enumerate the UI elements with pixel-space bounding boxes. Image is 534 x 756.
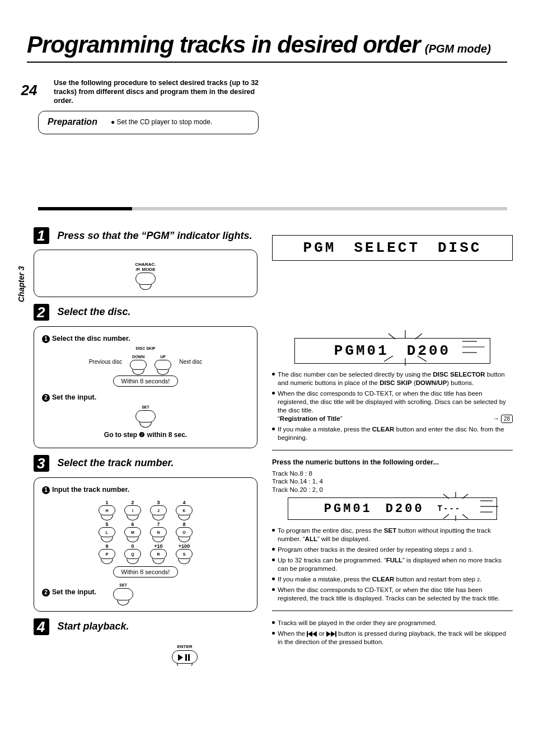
keypad-button: N [150, 527, 167, 537]
step-2-header: 2 Select the disc. [34, 304, 257, 321]
keypad-key: 4 [176, 500, 193, 505]
keypad-button: K [176, 505, 193, 515]
step-2-title: Select the disc. [57, 306, 130, 318]
step-3-note-4: If you make a mistake, press the CLEAR b… [272, 575, 513, 584]
lcd-2-a: PGM01 [334, 342, 389, 359]
lcd-3-a: PGM01 [324, 502, 372, 516]
lcd-display-2: PGM01 D200 [294, 338, 490, 364]
step-3-note-2: Program other tracks in the desired orde… [272, 546, 513, 554]
step-2-sub2: Set the input. [52, 393, 96, 401]
step-2-panel: 1Select the disc number. DISC SKIP Previ… [34, 326, 257, 448]
step-3-sub1: Input the track number. [52, 486, 129, 494]
page-title: Programming tracks in desired order (PGM… [27, 31, 507, 63]
charac-button [135, 273, 156, 285]
disc-down-button [130, 360, 147, 370]
step-3-within: Within 8 seconds! [113, 566, 179, 577]
lcd-1-b: SELECT [354, 240, 420, 256]
step-2-note-3: If you make a mistake, press the CLEAR b… [272, 425, 513, 442]
skip-back-icon [307, 631, 317, 637]
svg-marker-23 [312, 631, 317, 637]
keypad-key: 1 [99, 500, 115, 505]
enter-label: ENTER [112, 644, 257, 649]
keypad-button: J [150, 505, 167, 515]
svg-rect-26 [335, 631, 336, 637]
keypad-button: Q [124, 549, 141, 559]
track-example-1: Track No.8 : 8 [272, 469, 513, 478]
charac-label-bot: /P. MODE [42, 267, 249, 273]
lcd-display-3: PGM01 D200 T--- [288, 497, 497, 520]
disc-skip-label: DISC SKIP [42, 346, 249, 350]
track-example-2: Track No.14 : 1, 4 [272, 477, 513, 486]
svg-rect-1 [185, 654, 187, 661]
playback-notes: Tracks will be played in the order they … [272, 619, 513, 646]
divider [272, 450, 513, 450]
set-label-2: SET [113, 583, 133, 587]
step-2-goto: Go to step ❷ within 8 sec. [104, 431, 187, 439]
step-1-header: 1 Press so that the “PGM” indicator ligh… [34, 227, 257, 244]
title-sub: (PGM mode) [425, 43, 491, 55]
keypad-key: 6 [124, 522, 141, 527]
preparation-heading: Preparation [48, 117, 97, 127]
divider [272, 611, 513, 611]
keypad-button: P [99, 549, 115, 559]
svg-marker-0 [178, 654, 183, 661]
keypad-key: 9 [99, 543, 115, 549]
lcd-1-a: PGM [303, 240, 336, 256]
playback-note-2: When the or button is pressed during pla… [272, 630, 513, 646]
step-1-title: Press so that the “PGM” indicator lights… [57, 230, 252, 242]
set-button-2 [113, 588, 133, 600]
keypad-button: H [99, 505, 115, 515]
step-2-within: Within 8 seconds! [113, 375, 179, 387]
step-2-note-2: When the disc corresponds to CD-TEXT, or… [272, 389, 513, 423]
svg-marker-22 [308, 631, 312, 637]
keypad-key: 2 [124, 500, 141, 505]
step-3-number: 3 [34, 455, 49, 472]
step-2-notes: The disc number can be selected directly… [272, 370, 513, 442]
keypad-key: 7 [150, 522, 167, 527]
step-3-note-3: Up to 32 tracks can be programmed. “FULL… [272, 556, 513, 573]
svg-rect-21 [307, 631, 308, 637]
enter-button [172, 650, 198, 664]
step-3-notes: To program the entire disc, press the SE… [272, 527, 513, 603]
step-2-sub1: Select the disc number. [52, 335, 130, 342]
keypad-key: +100 [176, 543, 193, 549]
preparation-item: ● Set the CD player to stop mode. [111, 118, 212, 126]
svg-marker-25 [331, 631, 335, 637]
step-3-header: 3 Select the track number. [34, 455, 257, 472]
step-3-note-5: When the disc corresponds to CD-TEXT, or… [272, 586, 513, 603]
step-4-header: 4 Start playback. [34, 618, 257, 635]
disc-up-button [154, 360, 171, 370]
lcd-3-b: D200 [386, 502, 424, 516]
keypad-button: O [176, 527, 193, 537]
step-4-title: Start playback. [57, 621, 129, 632]
page-number: 24 [18, 78, 40, 99]
down-label: DOWN [132, 355, 144, 359]
keypad-key: +10 [150, 543, 167, 549]
keypad-button: L [99, 527, 115, 537]
lcd-display-1: PGM SELECT DISC [272, 235, 513, 261]
page-ref-28: 28 [501, 415, 513, 423]
keypad-key: 8 [176, 522, 193, 527]
keypad-key: 3 [150, 500, 167, 505]
next-disc-label: Next disc [179, 359, 202, 365]
step-1-number: 1 [34, 227, 49, 244]
numeric-keypad: 1H 2I 3J 4K 5L 6M 7N 8O 9P 0Q +10R +100S [42, 500, 249, 561]
skip-forward-icon [326, 631, 336, 637]
svg-marker-24 [326, 631, 331, 637]
set-button-1 [135, 410, 156, 422]
keypad-key: 0 [124, 543, 141, 549]
up-label: UP [160, 355, 166, 359]
set-label-1: SET [42, 405, 249, 409]
preparation-item-text: Set the CD player to stop mode. [117, 118, 213, 126]
prev-disc-label: Previous disc [89, 359, 122, 365]
accent-bar [38, 207, 507, 210]
track-example-3: Track No.20 : 2, 0 [272, 486, 513, 494]
svg-rect-2 [188, 654, 190, 661]
keypad-button: S [176, 549, 193, 559]
lcd-2-b: D200 [407, 342, 451, 359]
keypad-button: R [150, 549, 167, 559]
step-4-number: 4 [34, 618, 49, 635]
playback-note-1: Tracks will be played in the order they … [272, 619, 513, 627]
intro-text: Use the following procedure to select de… [54, 78, 266, 105]
preparation-box: Preparation ● Set the CD player to stop … [38, 111, 259, 134]
